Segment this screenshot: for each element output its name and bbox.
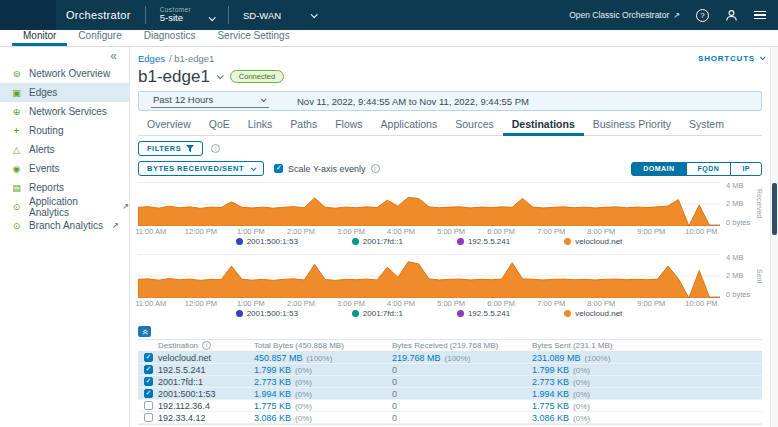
col-bytes-received[interactable]: Bytes Received (219.768 MB) — [392, 341, 532, 350]
x-tick-label: 4:00 PM — [387, 227, 415, 236]
menu-icon[interactable] — [754, 11, 766, 20]
row-checkbox[interactable] — [144, 401, 153, 410]
bytes-received-value[interactable]: 0 — [392, 389, 397, 399]
table-row[interactable]: velocloud.net 450.857 MB(100%) 219.768 M… — [138, 352, 762, 364]
metric-selector-button[interactable]: BYTES RECEIVED/SENT — [138, 161, 264, 176]
bytes-received-value[interactable]: 0 — [392, 401, 397, 411]
info-icon[interactable]: i — [211, 144, 220, 153]
bytes-sent-value[interactable]: 1.775 KB — [532, 401, 569, 411]
sidebar-item-reports[interactable]: ▤Reports — [0, 178, 129, 197]
table-row[interactable]: 192.5.5.241 1.799 KB(0%) 0 1.799 KB(0%) — [138, 364, 762, 376]
x-tick-label: 3:00 PM — [337, 227, 365, 236]
bytes-sent-value[interactable]: 3.086 KB — [532, 413, 569, 423]
tab-applications[interactable]: Applications — [372, 116, 447, 136]
nav-tab-configure[interactable]: Configure — [67, 30, 132, 46]
time-range-select[interactable]: Past 12 Hours — [151, 94, 269, 108]
col-bytes-sent[interactable]: Bytes Sent (231.1 MB) — [532, 341, 762, 350]
scrollbar-track[interactable] — [770, 47, 778, 427]
legend-item[interactable]: 2001:7fd::1 — [352, 237, 403, 246]
bytes-received-value[interactable]: 219.768 MB — [392, 353, 441, 363]
total-bytes-value[interactable]: 1.775 KB — [254, 401, 291, 411]
total-bytes-value[interactable]: 2.773 KB — [254, 377, 291, 387]
sidebar-item-branch-analytics[interactable]: ⊙Branch Analytics↗ — [0, 216, 129, 235]
tab-paths[interactable]: Paths — [281, 116, 326, 136]
sidebar: « ⊚Network Overview ▣Edges ⊕Network Serv… — [0, 47, 130, 427]
tab-destinations[interactable]: Destinations — [503, 116, 584, 136]
x-tick-label: 9:00 PM — [637, 227, 665, 236]
total-bytes-value[interactable]: 1.799 KB — [254, 365, 291, 375]
y-tick-label: 0 bytes — [726, 219, 754, 227]
legend-item[interactable]: 2001:500:1:53 — [236, 237, 298, 246]
legend-item[interactable]: 192.5.5.241 — [457, 309, 510, 318]
col-destination[interactable]: Destination — [158, 341, 198, 350]
collapse-table-button[interactable]: « — [138, 326, 151, 337]
edge-title-dropdown[interactable]: b1-edge1 — [138, 67, 222, 87]
sent-chart-plot[interactable] — [138, 254, 720, 298]
toggle-domain[interactable]: DOMAIN — [631, 162, 686, 176]
col-total-bytes[interactable]: Total Bytes (450.868 MB) — [254, 341, 392, 350]
shortcuts-button[interactable]: SHORTCUTS — [698, 54, 764, 63]
info-icon[interactable]: i — [202, 341, 211, 350]
bytes-sent-value[interactable]: 231.089 MB — [532, 353, 581, 363]
bytes-received-value[interactable]: 0 — [392, 377, 397, 387]
legend-item[interactable]: velocloud.net — [564, 237, 622, 246]
sidebar-item-application-analytics[interactable]: ⊙Application Analytics↗ — [0, 197, 129, 216]
double-chevron-up-icon: « — [140, 329, 150, 335]
filters-button[interactable]: FILTERS — [138, 141, 203, 156]
bytes-sent-value[interactable]: 2.773 KB — [532, 377, 569, 387]
sidebar-item-label: Branch Analytics — [29, 220, 103, 231]
row-checkbox[interactable] — [144, 413, 153, 422]
legend-item[interactable]: 2001:7fd::1 — [352, 309, 403, 318]
customer-selector[interactable]: Customer 5-site — [160, 6, 214, 24]
tab-overview[interactable]: Overview — [138, 116, 200, 136]
tab-qoe[interactable]: QoE — [200, 116, 239, 136]
tab-business-priority[interactable]: Business Priority — [584, 116, 680, 136]
user-icon[interactable] — [725, 9, 738, 22]
table-row[interactable]: 2001:500:1:53 1.994 KB(0%) 0 1.994 KB(0%… — [138, 388, 762, 400]
sidebar-item-edges[interactable]: ▣Edges — [0, 83, 129, 102]
toggle-ip[interactable]: IP — [730, 162, 762, 176]
scale-y-axis-checkbox[interactable] — [274, 164, 283, 173]
tab-sources[interactable]: Sources — [446, 116, 503, 136]
legend-item[interactable]: 2001:500:1:53 — [236, 309, 298, 318]
open-classic-orchestrator-link[interactable]: Open Classic Orchestrator ↗ — [569, 10, 680, 20]
nav-tab-service-settings[interactable]: Service Settings — [206, 30, 300, 46]
tab-links[interactable]: Links — [239, 116, 282, 136]
info-icon[interactable]: i — [371, 164, 380, 173]
legend-item[interactable]: velocloud.net — [564, 309, 622, 318]
row-checkbox[interactable] — [144, 365, 153, 374]
received-chart-plot[interactable] — [138, 182, 720, 226]
breadcrumb-current: / b1-edge1 — [169, 53, 214, 64]
sidebar-item-routing[interactable]: +Routing — [0, 121, 129, 140]
bytes-received-value[interactable]: 0 — [392, 413, 397, 423]
total-bytes-value[interactable]: 1.994 KB — [254, 389, 291, 399]
scrollbar-thumb[interactable] — [772, 183, 777, 235]
bytes-sent-value[interactable]: 1.994 KB — [532, 389, 569, 399]
sidebar-collapse-icon[interactable]: « — [0, 49, 129, 64]
toggle-fqdn[interactable]: FQDN — [686, 162, 732, 176]
sidebar-item-events[interactable]: ◉Events — [0, 159, 129, 178]
sidebar-item-network-services[interactable]: ⊕Network Services — [0, 102, 129, 121]
legend-item[interactable]: 192.5.5.241 — [457, 237, 510, 246]
service-selector[interactable]: SD-WAN — [243, 10, 316, 21]
row-checkbox[interactable] — [144, 353, 153, 362]
row-checkbox[interactable] — [144, 389, 153, 398]
sidebar-item-network-overview[interactable]: ⊚Network Overview — [0, 64, 129, 83]
nav-tab-monitor[interactable]: Monitor — [12, 30, 67, 46]
table-row[interactable]: 2001:7fd::1 2.773 KB(0%) 0 2.773 KB(0%) — [138, 376, 762, 388]
tab-flows[interactable]: Flows — [326, 116, 371, 136]
breadcrumb-edges-link[interactable]: Edges — [138, 53, 165, 64]
destination-cell: 192.112.36.4 — [158, 401, 254, 411]
tab-system[interactable]: System — [680, 116, 733, 136]
bytes-sent-value[interactable]: 1.799 KB — [532, 365, 569, 375]
total-bytes-value[interactable]: 450.857 MB — [254, 353, 303, 363]
help-icon[interactable]: ? — [696, 9, 709, 22]
row-checkbox[interactable] — [144, 377, 153, 386]
total-bytes-value[interactable]: 3.086 KB — [254, 413, 291, 423]
nav-tab-diagnostics[interactable]: Diagnostics — [133, 30, 207, 46]
area-series — [138, 262, 720, 298]
sidebar-item-alerts[interactable]: △Alerts — [0, 140, 129, 159]
table-row[interactable]: 192.112.36.4 1.775 KB(0%) 0 1.775 KB(0%) — [138, 400, 762, 412]
bytes-received-value[interactable]: 0 — [392, 365, 397, 375]
table-row[interactable]: 192.33.4.12 3.086 KB(0%) 0 3.086 KB(0%) — [138, 412, 762, 424]
